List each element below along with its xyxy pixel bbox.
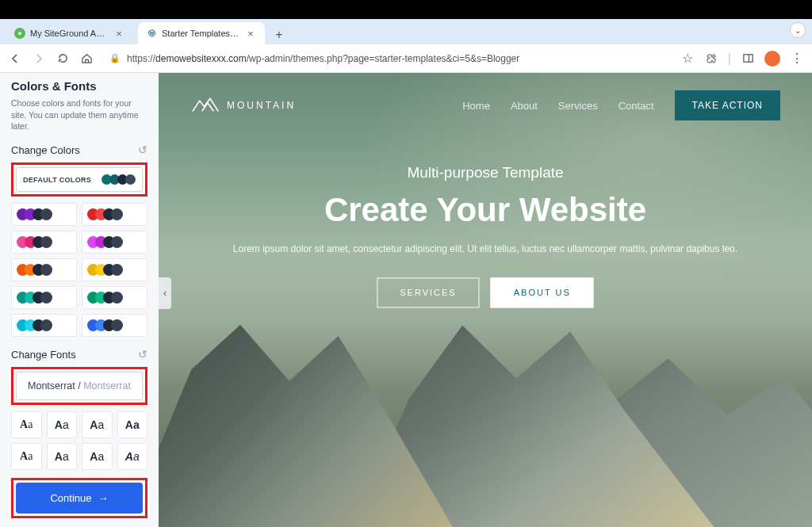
palette-option[interactable] xyxy=(82,203,147,226)
customizer-sidebar: Colors & Fonts Choose colors and fonts f… xyxy=(0,73,159,527)
nav-contact[interactable]: Contact xyxy=(619,100,654,112)
tab-title: Starter Templates ‹ My WordP xyxy=(162,29,239,38)
chevron-down-icon[interactable]: ⌄ xyxy=(790,22,806,38)
font-grid: Aa Aa Aa Aa Aa Aa Aa Aa xyxy=(11,411,147,470)
font-option[interactable]: Aa xyxy=(117,443,148,470)
font-option[interactable]: Aa xyxy=(11,443,42,470)
palette-option[interactable] xyxy=(82,258,147,281)
profile-avatar[interactable] xyxy=(764,51,780,67)
close-icon[interactable]: × xyxy=(244,27,257,40)
nav-services[interactable]: Services xyxy=(558,100,598,112)
take-action-button[interactable]: TAKE ACTION xyxy=(675,90,780,120)
default-colors-option[interactable]: DEFAULT COLORS xyxy=(16,167,143,192)
tab-title: My SiteGround Account xyxy=(30,29,108,38)
new-tab-button[interactable]: + xyxy=(270,25,289,44)
window-blackbar xyxy=(0,0,812,19)
font-option[interactable]: Aa xyxy=(82,443,113,470)
reset-colors-icon[interactable]: ↺ xyxy=(138,143,147,156)
palette-option[interactable] xyxy=(11,231,77,254)
palette-option[interactable] xyxy=(11,286,77,309)
arrow-right-icon: → xyxy=(98,492,109,504)
palette-option[interactable] xyxy=(11,203,77,226)
default-colors-highlight: DEFAULT COLORS xyxy=(11,162,147,197)
palette-option[interactable] xyxy=(82,231,147,254)
hero-title: Create Your Website xyxy=(224,192,746,230)
browser-window: ● My SiteGround Account × ⓦ Starter Temp… xyxy=(0,19,812,527)
font-option[interactable]: Aa xyxy=(117,411,148,438)
close-icon[interactable]: × xyxy=(113,27,125,40)
url-bar[interactable]: 🔒 https://demowebsitexxx.com/wp-admin/th… xyxy=(103,48,671,70)
site-logo[interactable]: MOUNTAIN xyxy=(190,94,296,116)
hero-description: Lorem ipsum dolor sit amet, consectetur … xyxy=(224,242,746,258)
menu-icon[interactable]: ⋮ xyxy=(790,52,804,66)
default-colors-label: DEFAULT COLORS xyxy=(23,176,91,184)
hero-section: Multi-purpose Template Create Your Websi… xyxy=(224,165,746,308)
default-swatches xyxy=(105,174,136,185)
back-button[interactable] xyxy=(8,52,22,66)
app-content: Colors & Fonts Choose colors and fonts f… xyxy=(0,73,812,527)
sidepanel-icon[interactable] xyxy=(741,52,755,66)
browser-tab-siteground[interactable]: ● My SiteGround Account × xyxy=(6,22,133,44)
template-preview: ‹ MOUNTAIN Home About Services Contact T… xyxy=(159,73,812,527)
mountain-image xyxy=(159,277,812,527)
mountain-logo-icon xyxy=(190,94,225,116)
url-text: https://demowebsitexxx.com/wp-admin/them… xyxy=(127,53,519,64)
reload-button[interactable] xyxy=(56,52,70,66)
nav-about[interactable]: About xyxy=(511,100,538,112)
site-header: MOUNTAIN Home About Services Contact TAK… xyxy=(159,73,812,138)
extensions-icon[interactable] xyxy=(704,52,718,66)
lock-icon: 🔒 xyxy=(109,53,121,63)
continue-button[interactable]: Continue → xyxy=(16,483,143,514)
palette-option[interactable] xyxy=(11,258,77,281)
change-colors-label: Change Colors xyxy=(11,144,80,156)
selected-font-option[interactable]: Montserrat / Montserrat xyxy=(16,372,143,400)
services-button[interactable]: SERVICES xyxy=(377,278,479,308)
favicon-siteground-icon: ● xyxy=(14,28,25,39)
site-nav: Home About Services Contact TAKE ACTION xyxy=(462,90,780,120)
tab-strip: ● My SiteGround Account × ⓦ Starter Temp… xyxy=(0,19,812,44)
palette-grid xyxy=(11,203,147,337)
palette-option[interactable] xyxy=(82,314,147,337)
font-option[interactable]: Aa xyxy=(82,411,113,438)
home-button[interactable] xyxy=(79,52,94,66)
browser-toolbar: 🔒 https://demowebsitexxx.com/wp-admin/th… xyxy=(0,44,812,73)
nav-home[interactable]: Home xyxy=(462,100,490,112)
change-fonts-label: Change Fonts xyxy=(11,349,76,361)
star-icon[interactable]: ☆ xyxy=(680,52,695,66)
browser-tab-starter-templates[interactable]: ⓦ Starter Templates ‹ My WordP × xyxy=(138,22,265,44)
svg-rect-0 xyxy=(743,55,752,62)
about-us-button[interactable]: ABOUT US xyxy=(491,278,594,308)
selected-font-highlight: Montserrat / Montserrat xyxy=(11,367,147,405)
palette-option[interactable] xyxy=(82,286,147,309)
palette-option[interactable] xyxy=(11,314,77,337)
sidebar-description: Choose colors and fonts for your site. Y… xyxy=(11,97,147,132)
font-option[interactable]: Aa xyxy=(11,411,42,438)
collapse-sidebar-handle[interactable]: ‹ xyxy=(159,277,171,309)
hero-buttons: SERVICES ABOUT US xyxy=(224,278,746,308)
font-option[interactable]: Aa xyxy=(47,411,78,438)
sidebar-heading: Colors & Fonts xyxy=(11,79,147,93)
reset-fonts-icon[interactable]: ↺ xyxy=(138,348,147,361)
favicon-wordpress-icon: ⓦ xyxy=(146,28,157,39)
logo-text: MOUNTAIN xyxy=(227,100,296,111)
continue-highlight: Continue → xyxy=(11,478,147,518)
hero-subtitle: Multi-purpose Template xyxy=(224,165,746,182)
font-option[interactable]: Aa xyxy=(47,443,78,470)
forward-button[interactable] xyxy=(32,52,46,66)
